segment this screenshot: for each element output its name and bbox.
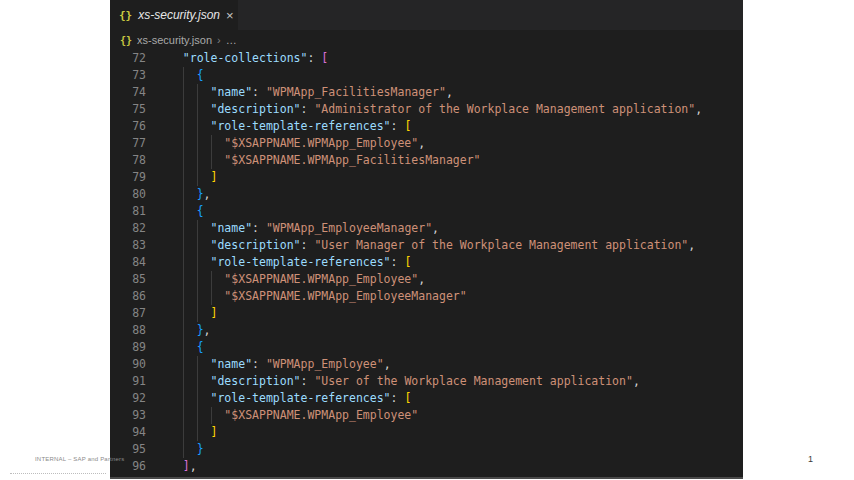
tab-close-icon[interactable]: × [220,8,234,23]
code-token: : [391,391,405,405]
code-line[interactable]: 96], [110,458,743,475]
code-line[interactable]: 81{ [110,203,743,220]
code-token: "$XSAPPNAME.WPMApp_EmployeeManager" [224,289,466,303]
indent-guide [183,424,184,441]
classification-label: INTERNAL – SAP and Partners [35,456,124,462]
indent-guide [183,373,184,390]
code-token: "$XSAPPNAME.WPMApp_FacilitiesManager" [224,153,480,167]
code-tokens: "description": "User Manager of the Work… [211,237,696,254]
indent-guide [183,441,184,458]
line-number: 93 [110,407,146,424]
tab-xs-security-json[interactable]: {} xs-security.json × [110,0,238,30]
code-tokens: ] [211,424,218,441]
line-number: 91 [110,373,146,390]
code-token: "WPMApp_Employee" [266,357,384,371]
code-tokens: ] [211,169,218,186]
code-line[interactable]: 92"role-template-references": [ [110,390,743,407]
line-number: 80 [110,186,146,203]
indent-guide [183,152,184,169]
indent-guide [197,237,198,254]
code-token: "Administrator of the Workplace Manageme… [314,102,695,116]
editor-bottom-edge [110,477,743,479]
indent-guide [211,271,212,288]
line-number: 87 [110,305,146,322]
code-line[interactable]: 86"$XSAPPNAME.WPMApp_EmployeeManager" [110,288,743,305]
code-token: : [307,51,321,65]
code-token: : [301,238,315,252]
line-number: 85 [110,271,146,288]
code-line[interactable]: 77"$XSAPPNAME.WPMApp_Employee", [110,135,743,152]
code-line[interactable]: 91"description": "User of the Workplace … [110,373,743,390]
code-line[interactable]: 94] [110,424,743,441]
code-token: "role-template-references" [211,255,391,269]
code-token: ] [211,170,218,184]
indent-guide [183,169,184,186]
code-tokens: ], [183,458,197,475]
code-token: , [633,374,640,388]
indent-guide [197,305,198,322]
code-token: "$XSAPPNAME.WPMApp_Employee" [224,272,418,286]
line-number: 74 [110,84,146,101]
code-tokens: "name": "WPMApp_FacilitiesManager", [211,84,453,101]
code-token: : [252,357,266,371]
code-token: : [252,85,266,99]
indent-guide [197,373,198,390]
code-line[interactable]: 87] [110,305,743,322]
indent-guide [197,169,198,186]
code-line[interactable]: 74"name": "WPMApp_FacilitiesManager", [110,84,743,101]
indent-guide [183,288,184,305]
code-line[interactable]: 83"description": "User Manager of the Wo… [110,237,743,254]
code-line[interactable]: 85"$XSAPPNAME.WPMApp_Employee", [110,271,743,288]
line-number: 82 [110,220,146,237]
editor-tab-bar: {} xs-security.json × [110,0,743,30]
code-line[interactable]: 95} [110,441,743,458]
code-line[interactable]: 80}, [110,186,743,203]
code-token: "User Manager of the Workplace Managemen… [314,238,688,252]
indent-guide [197,407,198,424]
code-token: ] [183,459,190,473]
code-area[interactable]: 72"role-collections": [73{74"name": "WPM… [110,50,743,477]
code-token: "$XSAPPNAME.WPMApp_Employee" [224,136,418,150]
code-token: , [688,238,695,252]
code-line[interactable]: 73{ [110,67,743,84]
code-tokens: { [197,339,204,356]
code-token: : [301,102,315,116]
code-tokens: "$XSAPPNAME.WPMApp_FacilitiesManager" [224,152,480,169]
code-line[interactable]: 84"role-template-references": [ [110,254,743,271]
code-token: : [391,255,405,269]
breadcrumb-more[interactable]: … [226,34,237,46]
code-line[interactable]: 90"name": "WPMApp_Employee", [110,356,743,373]
code-tokens: } [197,441,204,458]
code-line[interactable]: 93"$XSAPPNAME.WPMApp_Employee" [110,407,743,424]
code-line[interactable]: 76"role-template-references": [ [110,118,743,135]
line-number: 72 [110,50,146,67]
indent-guide [183,339,184,356]
code-token: "User of the Workplace Management applic… [314,374,633,388]
code-token: "name" [211,221,253,235]
indent-guide [183,135,184,152]
code-line[interactable]: 82"name": "WPMApp_EmployeeManager", [110,220,743,237]
code-token: , [190,459,197,473]
code-token: "role-template-references" [211,391,391,405]
code-tokens: { [197,203,204,220]
code-line[interactable]: 75"description": "Administrator of the W… [110,101,743,118]
code-token: "name" [211,85,253,99]
line-number: 83 [110,237,146,254]
code-line[interactable]: 79] [110,169,743,186]
code-line[interactable]: 72"role-collections": [ [110,50,743,67]
code-tokens: { [197,67,204,84]
code-line[interactable]: 88}, [110,322,743,339]
code-token: : [301,374,315,388]
code-line[interactable]: 78"$XSAPPNAME.WPMApp_FacilitiesManager" [110,152,743,169]
breadcrumb-file[interactable]: xs-security.json [137,34,212,46]
code-token: , [695,102,702,116]
code-token: : [391,119,405,133]
code-token: , [446,85,453,99]
code-token: { [197,204,204,218]
line-number: 73 [110,67,146,84]
code-line[interactable]: 89{ [110,339,743,356]
code-tokens: "name": "WPMApp_Employee", [211,356,391,373]
indent-guide [183,203,184,220]
code-token: "description" [211,238,301,252]
code-token: ] [211,425,218,439]
